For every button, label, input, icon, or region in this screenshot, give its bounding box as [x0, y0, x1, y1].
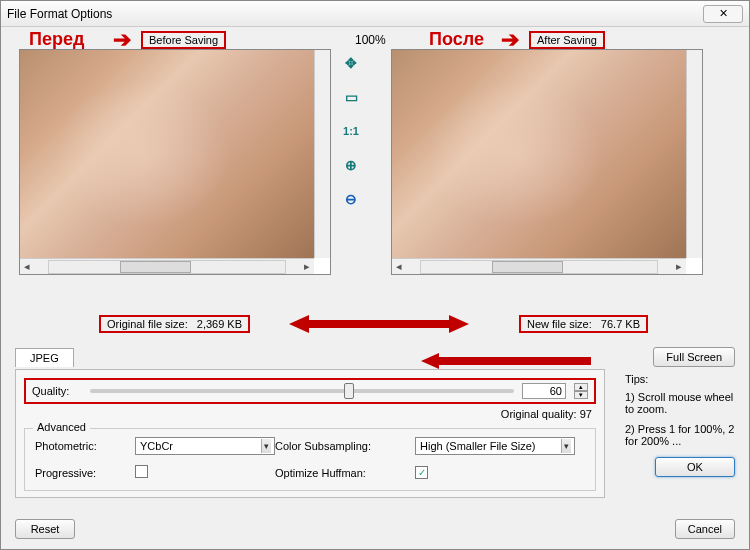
fit-icon[interactable]: ▭	[341, 87, 361, 107]
scroll-right-icon[interactable]: ▸	[672, 260, 686, 273]
progressive-label: Progressive:	[35, 467, 135, 479]
preview-after[interactable]: ◂ ▸	[391, 49, 703, 275]
original-quality-label: Original quality:	[501, 408, 577, 420]
tips-line: 2) Press 1 for 100%, 2 for 200% ...	[625, 423, 735, 447]
jpeg-panel: Quality: 60 ▴▾ Original quality: 97 Adva…	[15, 369, 605, 498]
annotation-before-label: Перед	[29, 29, 84, 50]
ok-button[interactable]: OK	[655, 457, 735, 477]
quality-row: Quality: 60 ▴▾	[24, 378, 596, 404]
fullscreen-button[interactable]: Full Screen	[653, 347, 735, 367]
svg-marker-0	[289, 315, 469, 333]
quality-value-input[interactable]: 60	[522, 383, 566, 399]
actual-size-icon[interactable]: 1:1	[341, 121, 361, 141]
tab-jpeg[interactable]: JPEG	[15, 348, 74, 367]
preview-image-after	[392, 50, 702, 258]
photometric-label: Photometric:	[35, 440, 135, 452]
title-bar: File Format Options ✕	[1, 1, 749, 27]
window-title: File Format Options	[7, 7, 703, 21]
new-size-label: New file size:	[527, 318, 592, 330]
original-size-label: Original file size:	[107, 318, 188, 330]
annotation-after-label: После	[429, 29, 484, 50]
advanced-legend: Advanced	[33, 421, 90, 433]
cancel-button[interactable]: Cancel	[675, 519, 735, 539]
vertical-scrollbar[interactable]	[314, 50, 330, 258]
preview-image-before	[20, 50, 330, 258]
annotation-after-box: After Saving	[529, 31, 605, 49]
tips-line: 1) Scroll mouse wheel to zoom.	[625, 391, 735, 415]
tips-title: Tips:	[625, 373, 735, 385]
progressive-checkbox[interactable]	[135, 465, 148, 478]
quality-slider[interactable]	[90, 389, 514, 393]
dialog-window: File Format Options ✕ Перед ➔ Before Sav…	[0, 0, 750, 550]
reset-button[interactable]: Reset	[15, 519, 75, 539]
huffman-label: Optimize Huffman:	[275, 467, 415, 479]
horizontal-scrollbar[interactable]: ◂ ▸	[20, 258, 314, 274]
original-size-value: 2,369 KB	[197, 318, 242, 330]
quality-spinner[interactable]: ▴▾	[574, 383, 588, 399]
preview-toolbar: ✥ ▭ 1:1 ⊕ ⊖	[331, 49, 371, 309]
scroll-thumb[interactable]	[492, 261, 563, 273]
huffman-checkbox[interactable]: ✓	[415, 466, 428, 479]
horizontal-scrollbar[interactable]: ◂ ▸	[392, 258, 686, 274]
annotation-before-box: Before Saving	[141, 31, 226, 49]
zoom-in-icon[interactable]: ⊕	[341, 155, 361, 175]
preview-before[interactable]: ◂ ▸	[19, 49, 331, 275]
photometric-combo[interactable]: YCbCr	[135, 437, 275, 455]
tips-panel: Tips: 1) Scroll mouse wheel to zoom. 2) …	[625, 373, 735, 477]
scroll-left-icon[interactable]: ◂	[20, 260, 34, 273]
scroll-left-icon[interactable]: ◂	[392, 260, 406, 273]
quality-label: Quality:	[32, 385, 82, 397]
zoom-out-icon[interactable]: ⊖	[341, 189, 361, 209]
subsampling-label: Color Subsampling:	[275, 440, 415, 452]
slider-thumb[interactable]	[344, 383, 354, 399]
zoom-percent-label: 100%	[355, 33, 386, 47]
close-button[interactable]: ✕	[703, 5, 743, 23]
original-quality-value: 97	[580, 408, 592, 420]
subsampling-combo[interactable]: High (Smaller File Size)	[415, 437, 575, 455]
scroll-right-icon[interactable]: ▸	[300, 260, 314, 273]
annotation-double-arrow-icon	[289, 313, 469, 335]
vertical-scrollbar[interactable]	[686, 50, 702, 258]
svg-marker-1	[421, 353, 591, 369]
scroll-thumb[interactable]	[120, 261, 191, 273]
pan-icon[interactable]: ✥	[341, 53, 361, 73]
advanced-group: Advanced Photometric: YCbCr Color Subsam…	[24, 428, 596, 491]
new-size-value: 76.7 KB	[601, 318, 640, 330]
